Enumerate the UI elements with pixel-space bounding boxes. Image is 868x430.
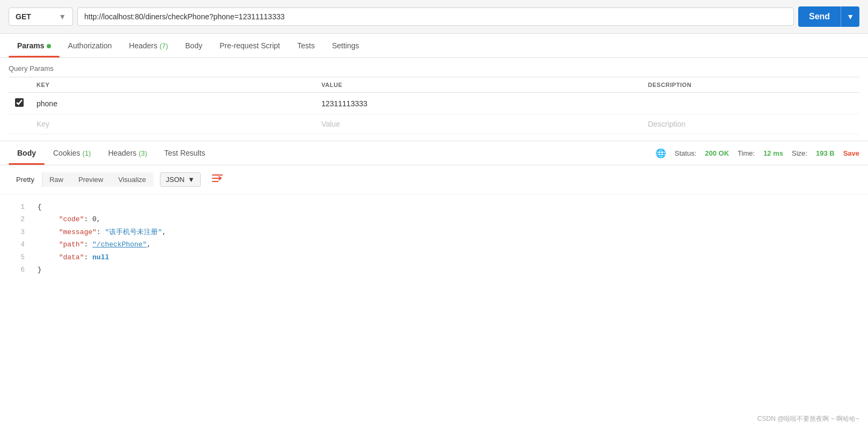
format-visualize[interactable]: Visualize (111, 172, 154, 187)
empty-checkbox-cell (9, 114, 30, 134)
request-tabs-bar: Params Authorization Headers (7) Body Pr… (0, 34, 868, 58)
response-meta: 🌐 Status: 200 OK Time: 12 ms Size: 193 B… (655, 148, 859, 158)
empty-desc-cell[interactable]: Description (641, 114, 847, 134)
tab-headers[interactable]: Headers (7) (120, 34, 177, 57)
response-tabs-bar: Body Cookies (1) Headers (3) Test Result… (0, 141, 868, 165)
response-tab-cookies[interactable]: Cookies (1) (45, 141, 99, 165)
size-label: Size: (792, 149, 807, 157)
tab-tests[interactable]: Tests (289, 34, 324, 57)
tab-params[interactable]: Params (9, 34, 60, 57)
format-raw[interactable]: Raw (42, 172, 71, 187)
param-key-value: phone (37, 99, 57, 108)
resp-headers-badge: (3) (138, 149, 147, 157)
send-button[interactable]: Send (798, 6, 841, 27)
empty-actions-cell (847, 114, 859, 134)
cookies-badge: (1) (82, 149, 91, 157)
response-body: 1 { 2 "code": 0, 3 "message": "该手机号未注册",… (0, 194, 868, 302)
tab-pre-request[interactable]: Pre-request Script (211, 34, 289, 57)
json-line-5: 5 "data": null (9, 251, 859, 264)
table-row-empty: Key Value Description (9, 114, 859, 134)
param-desc-cell[interactable] (641, 93, 847, 114)
desc-placeholder: Description (648, 120, 685, 128)
param-value-value: 12311113333 (322, 99, 368, 108)
row-checkbox-cell[interactable] (9, 93, 30, 114)
params-dot (47, 44, 51, 48)
send-button-wrapper[interactable]: Send ▼ (798, 6, 859, 27)
tab-settings[interactable]: Settings (323, 34, 368, 57)
param-checkbox[interactable] (15, 98, 24, 107)
url-input[interactable] (77, 8, 794, 26)
method-selector[interactable]: GET ▼ (9, 8, 73, 26)
status-label: Status: (675, 149, 696, 157)
response-format-bar: Pretty Raw Preview Visualize JSON ▼ (0, 165, 868, 194)
tab-authorization[interactable]: Authorization (60, 34, 121, 57)
globe-icon: 🌐 (655, 148, 666, 158)
json-type-select[interactable]: JSON ▼ (160, 172, 201, 187)
query-params-section: Query Params KEY VALUE DESCRIPTION phone… (0, 58, 868, 141)
tab-body[interactable]: Body (177, 34, 211, 57)
method-label: GET (16, 12, 31, 21)
empty-value-cell[interactable]: Value (315, 114, 641, 134)
save-button[interactable]: Save (843, 149, 859, 157)
empty-key-cell[interactable]: Key (30, 114, 315, 134)
col-actions-header (847, 77, 859, 93)
response-tab-headers[interactable]: Headers (3) (99, 141, 156, 165)
format-group: Pretty Raw Preview Visualize (9, 172, 154, 187)
json-line-2: 2 "code": 0, (9, 213, 859, 225)
json-type-label: JSON (166, 176, 185, 184)
format-pretty[interactable]: Pretty (9, 172, 42, 187)
size-value: 193 B (816, 149, 835, 157)
response-tab-test-results[interactable]: Test Results (156, 141, 214, 165)
key-placeholder: Key (37, 120, 49, 128)
col-value-header: VALUE (315, 77, 641, 93)
send-dropdown-button[interactable]: ▼ (841, 6, 859, 27)
headers-badge: (7) (159, 42, 168, 50)
col-desc-header: DESCRIPTION (641, 77, 847, 93)
status-value: 200 OK (705, 149, 729, 157)
json-line-4: 4 "path": "/checkPhone", (9, 238, 859, 251)
json-line-1: 1 { (9, 201, 859, 213)
col-key-header: KEY (30, 77, 315, 93)
table-row: phone 12311113333 (9, 93, 859, 114)
wrap-button[interactable] (207, 171, 228, 188)
param-key-cell[interactable]: phone (30, 93, 315, 114)
query-params-label: Query Params (9, 64, 859, 72)
json-type-chevron-icon: ▼ (188, 176, 195, 184)
time-value: 12 ms (763, 149, 783, 157)
json-line-6: 6 } (9, 264, 859, 276)
top-bar: GET ▼ Send ▼ (0, 0, 868, 34)
param-actions-cell (847, 93, 859, 114)
response-tab-body[interactable]: Body (9, 141, 45, 165)
param-value-cell[interactable]: 12311113333 (315, 93, 641, 114)
format-preview[interactable]: Preview (71, 172, 111, 187)
col-checkbox (9, 77, 30, 93)
method-chevron-icon: ▼ (59, 12, 66, 21)
value-placeholder: Value (322, 120, 340, 128)
params-table: KEY VALUE DESCRIPTION phone 12311113333 (9, 77, 859, 134)
time-label: Time: (738, 149, 755, 157)
json-line-3: 3 "message": "该手机号未注册", (9, 226, 859, 238)
